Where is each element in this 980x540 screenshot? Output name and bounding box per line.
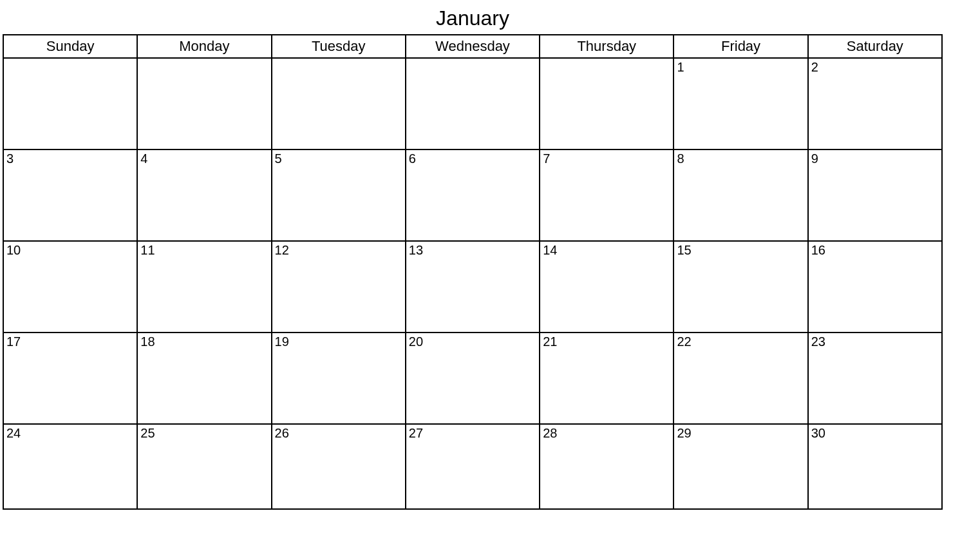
- month-title: January: [3, 3, 943, 34]
- calendar-day-cell[interactable]: 6: [406, 149, 540, 241]
- calendar-day-cell[interactable]: [137, 58, 271, 149]
- calendar-container: January Sunday Monday Tuesday Wednesday …: [3, 3, 943, 510]
- calendar-day-cell[interactable]: 13: [406, 241, 540, 333]
- calendar-day-cell[interactable]: 3: [3, 149, 137, 241]
- calendar-day-cell[interactable]: 4: [137, 149, 271, 241]
- calendar-week-row: 17 18 19 20 21 22 23: [3, 333, 942, 424]
- calendar-day-cell[interactable]: [540, 58, 674, 149]
- calendar-day-cell[interactable]: 12: [272, 241, 406, 333]
- calendar-day-cell[interactable]: 20: [406, 333, 540, 424]
- calendar-day-cell[interactable]: 27: [406, 424, 540, 509]
- calendar-day-cell[interactable]: 5: [272, 149, 406, 241]
- calendar-day-cell[interactable]: 7: [540, 149, 674, 241]
- calendar-week-row: 1 2: [3, 58, 942, 149]
- calendar-day-cell[interactable]: 28: [540, 424, 674, 509]
- day-header-sunday: Sunday: [3, 35, 137, 58]
- day-header-tuesday: Tuesday: [272, 35, 406, 58]
- calendar-day-cell[interactable]: 30: [808, 424, 942, 509]
- calendar-day-cell[interactable]: 17: [3, 333, 137, 424]
- calendar-day-cell[interactable]: 22: [674, 333, 807, 424]
- calendar-week-row: 10 11 12 13 14 15 16: [3, 241, 942, 333]
- calendar-day-cell[interactable]: 24: [3, 424, 137, 509]
- calendar-day-cell[interactable]: 10: [3, 241, 137, 333]
- day-header-row: Sunday Monday Tuesday Wednesday Thursday…: [3, 35, 942, 58]
- day-header-saturday: Saturday: [808, 35, 942, 58]
- day-header-friday: Friday: [674, 35, 807, 58]
- calendar-day-cell[interactable]: 15: [674, 241, 807, 333]
- calendar-day-cell[interactable]: 19: [272, 333, 406, 424]
- calendar-day-cell[interactable]: 9: [808, 149, 942, 241]
- calendar-day-cell[interactable]: 2: [808, 58, 942, 149]
- day-header-thursday: Thursday: [540, 35, 674, 58]
- calendar-day-cell[interactable]: 11: [137, 241, 271, 333]
- calendar-day-cell[interactable]: 21: [540, 333, 674, 424]
- calendar-day-cell[interactable]: 16: [808, 241, 942, 333]
- day-header-monday: Monday: [137, 35, 271, 58]
- calendar-day-cell[interactable]: 29: [674, 424, 807, 509]
- calendar-day-cell[interactable]: [406, 58, 540, 149]
- calendar-day-cell[interactable]: 8: [674, 149, 807, 241]
- calendar-table: Sunday Monday Tuesday Wednesday Thursday…: [3, 34, 943, 510]
- calendar-day-cell[interactable]: [272, 58, 406, 149]
- calendar-day-cell[interactable]: 14: [540, 241, 674, 333]
- calendar-day-cell[interactable]: 18: [137, 333, 271, 424]
- calendar-day-cell[interactable]: 26: [272, 424, 406, 509]
- calendar-day-cell[interactable]: 1: [674, 58, 807, 149]
- calendar-week-row: 3 4 5 6 7 8 9: [3, 149, 942, 241]
- day-header-wednesday: Wednesday: [406, 35, 540, 58]
- calendar-week-row: 24 25 26 27 28 29 30: [3, 424, 942, 509]
- calendar-day-cell[interactable]: 25: [137, 424, 271, 509]
- calendar-day-cell[interactable]: [3, 58, 137, 149]
- calendar-day-cell[interactable]: 23: [808, 333, 942, 424]
